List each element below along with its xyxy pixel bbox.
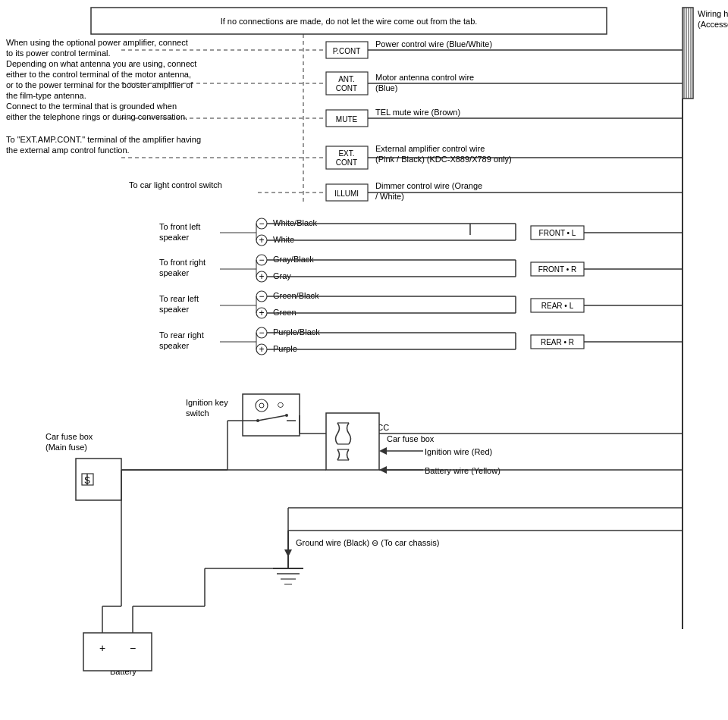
svg-text:P.CONT: P.CONT xyxy=(333,47,361,55)
svg-text:To "EXT.AMP.CONT." terminal of: To "EXT.AMP.CONT." terminal of the ampli… xyxy=(6,135,201,144)
svg-text:To front left: To front left xyxy=(159,222,200,231)
svg-text:FRONT • L: FRONT • L xyxy=(539,229,576,237)
svg-text:Connect to the terminal that i: Connect to the terminal that is grounded… xyxy=(6,102,177,111)
svg-text:Wiring harness: Wiring harness xyxy=(698,9,728,18)
svg-text:FRONT • R: FRONT • R xyxy=(538,265,577,274)
svg-text:−: − xyxy=(259,291,264,302)
svg-rect-183 xyxy=(83,633,152,671)
svg-text:/ White): / White) xyxy=(375,192,404,201)
svg-text:the film-type antenna.: the film-type antenna. xyxy=(6,91,86,100)
svg-text:Purple: Purple xyxy=(273,344,297,353)
svg-text:When using the optional power : When using the optional power amplifier,… xyxy=(6,38,188,47)
svg-text:TEL mute wire (Brown): TEL mute wire (Brown) xyxy=(375,108,460,117)
svg-text:External amplifier control wir: External amplifier control wire xyxy=(375,144,485,153)
svg-text:−: − xyxy=(130,642,136,654)
svg-text:To rear right: To rear right xyxy=(159,330,204,340)
svg-text:−: − xyxy=(259,327,264,338)
svg-text:either the telephone rings or : either the telephone rings or during con… xyxy=(6,112,187,121)
wiring-diagram: If no connections are made, do not let t… xyxy=(0,0,728,720)
svg-text:S: S xyxy=(84,475,90,486)
svg-text:speaker: speaker xyxy=(159,268,189,277)
svg-text:To car light control switch: To car light control switch xyxy=(129,180,222,189)
svg-text:+: + xyxy=(259,308,264,318)
svg-text:Motor antenna control wire: Motor antenna control wire xyxy=(375,73,474,82)
svg-text:Green: Green xyxy=(273,308,297,317)
svg-text:either to the control terminal: either to the control terminal of the mo… xyxy=(6,70,191,79)
svg-text:(Pink / Black) (KDC-X889/X789 : (Pink / Black) (KDC-X889/X789 only) xyxy=(375,155,512,164)
svg-text:ANT.: ANT. xyxy=(338,75,355,83)
svg-text:White/Black: White/Black xyxy=(273,218,318,227)
svg-text:−: − xyxy=(259,255,264,265)
svg-text:REAR • R: REAR • R xyxy=(541,338,574,346)
svg-text:switch: switch xyxy=(186,409,209,418)
svg-text:Purple/Black: Purple/Black xyxy=(273,327,320,337)
svg-text:Battery wire (Yellow): Battery wire (Yellow) xyxy=(425,466,500,475)
svg-rect-153 xyxy=(326,413,379,470)
svg-text:Gray: Gray xyxy=(273,271,291,280)
svg-text:To rear left: To rear left xyxy=(159,294,199,303)
svg-text:Ground wire (Black) ⊖ (To car : Ground wire (Black) ⊖ (To car chassis) xyxy=(296,538,439,547)
svg-text:MUTE: MUTE xyxy=(336,115,358,124)
svg-text:Ignition wire (Red): Ignition wire (Red) xyxy=(425,447,492,456)
svg-text:to its power control terminal.: to its power control terminal. xyxy=(6,49,111,58)
svg-rect-148 xyxy=(76,459,121,500)
svg-text:Green/Black: Green/Black xyxy=(273,291,319,300)
diagram-svg: If no connections are made, do not let t… xyxy=(0,0,728,720)
svg-text:+: + xyxy=(99,642,105,654)
svg-text:the external amp control funct: the external amp control function. xyxy=(6,146,130,155)
svg-text:Gray/Black: Gray/Black xyxy=(273,255,314,264)
svg-text:speaker: speaker xyxy=(159,341,189,350)
svg-text:Car fuse box: Car fuse box xyxy=(46,432,93,441)
svg-point-144 xyxy=(285,414,288,417)
svg-rect-137 xyxy=(243,394,300,436)
svg-text:EXT.: EXT. xyxy=(338,149,354,158)
svg-text:Depending on what antenna you : Depending on what antenna you are using,… xyxy=(6,59,196,68)
svg-text:speaker: speaker xyxy=(159,233,189,242)
svg-text:○: ○ xyxy=(277,398,284,411)
svg-text:To front right: To front right xyxy=(159,258,206,267)
svg-text:+: + xyxy=(259,235,264,246)
svg-text:(Main fuse): (Main fuse) xyxy=(46,443,87,452)
svg-text:speaker: speaker xyxy=(159,305,189,314)
svg-text:Dimmer control wire (Orange: Dimmer control wire (Orange xyxy=(375,181,482,190)
svg-text:+: + xyxy=(259,271,264,282)
svg-text:ILLUMI: ILLUMI xyxy=(334,189,359,198)
svg-text:Power control wire (Blue/White: Power control wire (Blue/White) xyxy=(375,39,492,49)
svg-text:If no connections are made, do: If no connections are made, do not let t… xyxy=(221,17,478,26)
svg-text:Car fuse box: Car fuse box xyxy=(387,434,435,443)
svg-text:(Blue): (Blue) xyxy=(375,83,397,92)
svg-text:White: White xyxy=(273,235,294,244)
svg-text:−: − xyxy=(259,218,264,229)
svg-text:or to the power terminal for t: or to the power terminal for the booster… xyxy=(6,80,193,89)
svg-text:CONT: CONT xyxy=(336,158,357,167)
svg-text:(Accessory①): (Accessory①) xyxy=(698,20,728,29)
svg-text:Ignition key: Ignition key xyxy=(186,398,228,407)
svg-text:+: + xyxy=(259,344,264,355)
svg-text:REAR • L: REAR • L xyxy=(541,302,574,310)
svg-text:CONT: CONT xyxy=(336,84,357,92)
